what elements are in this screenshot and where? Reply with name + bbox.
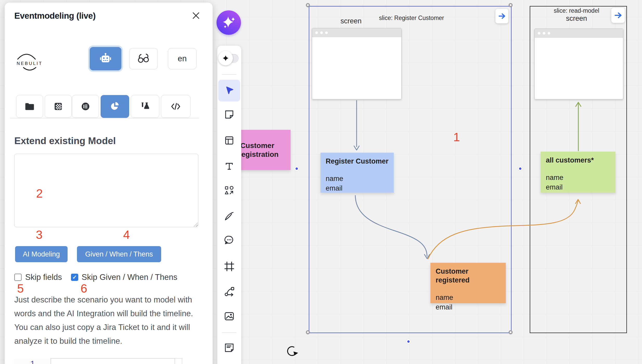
connection-dot-left[interactable] bbox=[294, 166, 299, 171]
tab-lab-flasks[interactable] bbox=[131, 95, 159, 118]
app-stage: screen slice: Register Customer slice: r… bbox=[0, 0, 642, 364]
editor-scrollbar[interactable] bbox=[175, 358, 182, 364]
selection-handle-bottom-right[interactable] bbox=[509, 330, 513, 334]
tool-text[interactable] bbox=[218, 155, 240, 177]
frame-icon bbox=[224, 261, 235, 272]
panel-title: Eventmodeling (live) bbox=[14, 11, 96, 21]
shapes-icon bbox=[224, 185, 235, 196]
pie-chart-icon bbox=[109, 100, 121, 112]
tool-document[interactable] bbox=[218, 337, 240, 359]
skip-gwt-checkbox[interactable]: ✓ bbox=[71, 274, 78, 281]
logo-text: NEBULIT bbox=[17, 61, 43, 66]
tab-outline-list[interactable] bbox=[72, 95, 99, 118]
selection-handle-top-right[interactable] bbox=[509, 3, 513, 7]
screen-label-1: screen bbox=[340, 17, 362, 25]
toolbar-divider bbox=[222, 332, 237, 333]
connector-icon bbox=[224, 286, 235, 298]
connection-dot-right[interactable] bbox=[518, 166, 522, 171]
tool-image[interactable] bbox=[218, 305, 240, 327]
given-when-thens-button[interactable]: Given / When / Thens bbox=[77, 246, 161, 262]
lab-flasks-icon bbox=[139, 100, 151, 112]
browser-titlebar bbox=[535, 29, 623, 38]
language-label: en bbox=[178, 54, 187, 63]
skip-fields-label: Skip fields bbox=[25, 273, 62, 282]
nebulit-logo: NEBULIT bbox=[15, 49, 45, 73]
browser-titlebar bbox=[312, 28, 401, 37]
sticky-all-customers[interactable]: all customers* name email bbox=[541, 152, 615, 193]
tool-select[interactable] bbox=[218, 80, 240, 102]
text-icon bbox=[224, 160, 235, 172]
tool-comment[interactable] bbox=[218, 229, 240, 251]
sticky-note-icon bbox=[224, 109, 235, 120]
code-area[interactable] bbox=[51, 358, 175, 364]
annotation-4: 4 bbox=[123, 229, 130, 241]
annotation-1: 1 bbox=[453, 131, 460, 143]
annotation-2: 2 bbox=[36, 187, 43, 199]
section-heading: Extend existing Model bbox=[14, 136, 116, 146]
tab-code[interactable] bbox=[161, 95, 191, 118]
tool-connector[interactable] bbox=[218, 281, 240, 303]
checker-grid-icon bbox=[53, 101, 64, 112]
screen-label-2: screen bbox=[540, 15, 613, 23]
ai-modeling-button[interactable]: AI Modeling bbox=[15, 246, 68, 262]
code-icon bbox=[170, 100, 182, 112]
slice-open-button-1[interactable] bbox=[495, 9, 508, 23]
selection-handle-bottom-left[interactable] bbox=[306, 330, 310, 334]
arrow-right-icon bbox=[614, 11, 623, 20]
annotation-3: 3 bbox=[36, 229, 43, 241]
slice-label-2: slice: read-model bbox=[540, 7, 613, 14]
glasses-icon bbox=[137, 52, 150, 65]
eventmodeling-panel: Eventmodeling (live) NEBULIT bbox=[5, 3, 213, 364]
pen-icon bbox=[224, 210, 235, 222]
tab-row-divider bbox=[10, 118, 199, 118]
sparkle-icon bbox=[222, 54, 230, 62]
tool-frame[interactable] bbox=[218, 255, 240, 277]
tab-grid[interactable] bbox=[45, 95, 72, 118]
skip-fields-checkbox[interactable] bbox=[14, 274, 22, 281]
tool-shapes[interactable] bbox=[218, 180, 240, 201]
scenario-code-editor[interactable]: 1 bbox=[14, 358, 200, 364]
ai-mode-button[interactable] bbox=[90, 47, 121, 70]
sparkles-icon bbox=[219, 13, 238, 32]
toolbar-divider bbox=[222, 74, 237, 75]
selection-handle-top-left[interactable] bbox=[306, 3, 310, 7]
read-mode-button[interactable] bbox=[129, 48, 158, 69]
tool-sticky-note[interactable] bbox=[218, 104, 240, 125]
line-number: 1 bbox=[14, 358, 51, 364]
language-button[interactable]: en bbox=[168, 48, 196, 69]
tab-folder[interactable] bbox=[16, 95, 43, 118]
tool-template[interactable] bbox=[218, 130, 240, 151]
ai-toggle[interactable] bbox=[219, 53, 239, 63]
close-button[interactable] bbox=[191, 10, 201, 21]
document-icon bbox=[224, 342, 235, 354]
outline-list-icon bbox=[80, 101, 91, 112]
sticky-customer-registered[interactable]: Customer registered name email bbox=[430, 263, 506, 303]
screen-mockup-1[interactable] bbox=[312, 28, 402, 99]
image-icon bbox=[224, 311, 235, 322]
cursor-icon bbox=[224, 85, 235, 96]
skip-gwt-label: Skip Given / When / Thens bbox=[82, 273, 177, 282]
connection-dot-bottom[interactable] bbox=[406, 339, 411, 344]
rotate-icon bbox=[287, 347, 298, 355]
close-icon bbox=[192, 11, 200, 20]
annotation-5: 5 bbox=[17, 282, 24, 294]
ai-assistant-button[interactable] bbox=[217, 10, 241, 35]
robot-icon bbox=[99, 52, 112, 65]
description-text: Just describe the scenario you want to m… bbox=[14, 293, 201, 348]
slice-open-button-2[interactable] bbox=[611, 8, 625, 23]
template-icon bbox=[224, 135, 235, 146]
tab-pie-chart[interactable] bbox=[101, 95, 129, 118]
sticky-register-customer[interactable]: Register Customer name email bbox=[320, 153, 394, 193]
tool-pen[interactable] bbox=[218, 205, 240, 227]
folder-icon bbox=[24, 101, 35, 112]
annotation-6: 6 bbox=[81, 282, 87, 294]
screen-mockup-2[interactable] bbox=[534, 29, 623, 99]
comment-icon bbox=[224, 234, 235, 246]
tools-toolbar bbox=[217, 46, 241, 364]
arrow-right-icon bbox=[498, 12, 506, 20]
slice-label-1: slice: Register Customer bbox=[379, 15, 444, 22]
